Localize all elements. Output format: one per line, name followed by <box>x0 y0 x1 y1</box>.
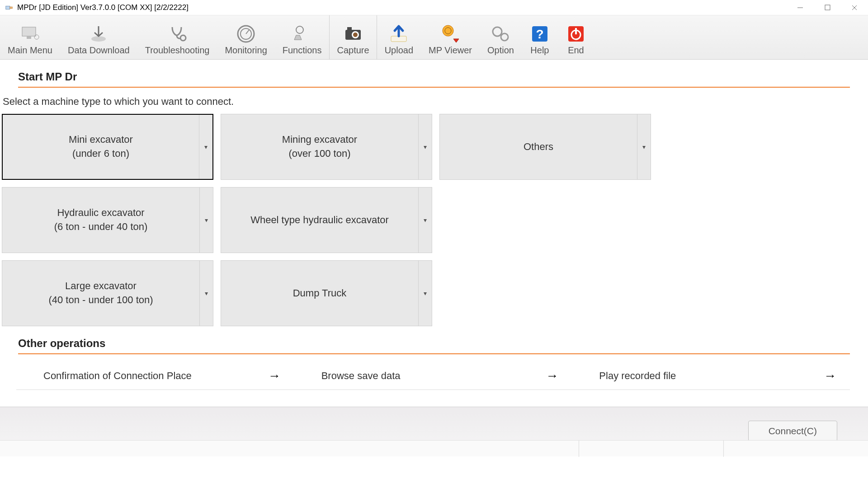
svg-point-23 <box>501 33 508 41</box>
toolbar-functions[interactable]: Functions <box>275 15 330 59</box>
machine-label-line2: (6 ton - under 40 ton) <box>54 220 148 234</box>
upload-icon <box>388 23 409 44</box>
ops-link-label: Play recorded file <box>599 370 676 382</box>
toolbar-option[interactable]: Option <box>480 15 522 59</box>
svg-rect-6 <box>22 27 36 36</box>
machine-label-line1: Others <box>524 140 553 154</box>
dropdown-caret-icon[interactable]: ▾ <box>199 115 212 179</box>
toolbar: Main Menu Data Download Troubleshooting … <box>0 15 868 60</box>
svg-point-14 <box>296 26 303 33</box>
machine-label-line1: Mini excavator <box>69 133 133 147</box>
toolbar-upload[interactable]: Upload <box>377 15 421 59</box>
arrow-right-icon: → <box>546 369 558 383</box>
camera-icon <box>343 23 363 44</box>
instruction-text: Select a machine type to which you want … <box>3 96 850 108</box>
toolbar-label: Monitoring <box>225 45 267 56</box>
app-icon <box>5 3 14 12</box>
machine-grid: Mini excavator(under 6 ton) ▾ Mining exc… <box>2 114 850 326</box>
svg-rect-16 <box>347 27 352 30</box>
toolbar-capture[interactable]: Capture <box>329 15 377 59</box>
divider <box>18 353 850 354</box>
svg-point-20 <box>443 25 453 36</box>
dropdown-caret-icon[interactable]: ▾ <box>199 188 213 253</box>
status-cell <box>579 441 723 457</box>
svg-point-8 <box>34 35 39 39</box>
toolbar-label: Capture <box>337 45 369 56</box>
close-button[interactable] <box>841 0 868 15</box>
machine-label-line1: Hydraulic excavator <box>57 206 144 220</box>
machine-label-line1: Dump Truck <box>293 286 347 300</box>
machine-mini-excavator[interactable]: Mini excavator(under 6 ton) ▾ <box>2 114 213 180</box>
dropdown-caret-icon[interactable]: ▾ <box>199 261 213 326</box>
ops-link-browse-save-data[interactable]: Browse save data → <box>294 369 572 383</box>
toolbar-label: End <box>568 45 584 56</box>
toolbar-help[interactable]: ? Help <box>522 15 558 59</box>
start-heading: Start MP Dr <box>18 70 850 83</box>
stethoscope-icon <box>167 23 188 44</box>
machine-wheel-hydraulic-excavator[interactable]: Wheel type hydraulic excavator ▾ <box>221 187 432 253</box>
toolbar-label: Help <box>530 45 549 56</box>
ops-heading: Other operations <box>18 337 850 350</box>
toolbar-data-download[interactable]: Data Download <box>60 15 137 59</box>
ops-links: Confirmation of Connection Place → Brows… <box>16 362 850 390</box>
dropdown-caret-icon[interactable]: ▾ <box>637 114 651 179</box>
status-bar <box>0 440 868 456</box>
machine-label-line1: Wheel type hydraulic excavator <box>250 213 389 227</box>
machine-large-excavator[interactable]: Large excavator(40 ton - under 100 ton) … <box>2 260 213 326</box>
machine-label-line2: (over 100 ton) <box>289 147 351 161</box>
svg-rect-1 <box>10 7 12 9</box>
toolbar-mp-viewer[interactable]: MP Viewer <box>421 15 480 59</box>
gears-icon <box>490 23 511 44</box>
machine-label-line2: (40 ton - under 100 ton) <box>48 293 153 307</box>
ops-link-label: Confirmation of Connection Place <box>43 370 192 382</box>
mp-viewer-icon <box>440 23 461 44</box>
svg-point-22 <box>493 27 502 36</box>
arrow-right-icon: → <box>268 369 281 383</box>
svg-text:?: ? <box>536 27 543 41</box>
ops-link-connection-place[interactable]: Confirmation of Connection Place → <box>16 369 294 383</box>
machine-mining-excavator[interactable]: Mining excavator(over 100 ton) ▾ <box>221 114 432 180</box>
content: Start MP Dr Select a machine type to whi… <box>0 60 868 390</box>
svg-line-13 <box>246 30 249 34</box>
machine-others[interactable]: Others ▾ <box>439 114 651 180</box>
svg-point-10 <box>180 35 186 41</box>
svg-rect-7 <box>27 36 31 39</box>
toolbar-troubleshooting[interactable]: Troubleshooting <box>137 15 217 59</box>
toolbar-label: Option <box>487 45 514 56</box>
toolbar-label: Troubleshooting <box>145 45 210 56</box>
svg-point-18 <box>353 33 358 37</box>
title-text: MPDr [JD Edition] Ver3.7.0.0 [COM XX] [2… <box>17 3 189 12</box>
ops-link-label: Browse save data <box>321 370 401 382</box>
toolbar-monitoring[interactable]: Monitoring <box>217 15 274 59</box>
machine-hydraulic-excavator[interactable]: Hydraulic excavator(6 ton - under 40 ton… <box>2 187 213 253</box>
toolbar-end[interactable]: End <box>558 15 594 59</box>
dropdown-caret-icon[interactable]: ▾ <box>418 114 432 179</box>
machine-dump-truck[interactable]: Dump Truck ▾ <box>221 260 432 326</box>
toolbar-label: Main Menu <box>8 45 52 56</box>
machine-label-line1: Large excavator <box>65 279 137 293</box>
toolbar-label: Functions <box>283 45 322 56</box>
toolbar-label: MP Viewer <box>429 45 472 56</box>
dropdown-caret-icon[interactable]: ▾ <box>418 188 432 253</box>
dropdown-caret-icon[interactable]: ▾ <box>418 261 432 326</box>
svg-rect-0 <box>6 6 10 9</box>
minimize-button[interactable] <box>787 0 814 15</box>
toolbar-label: Upload <box>385 45 413 56</box>
monitor-icon <box>19 23 40 44</box>
window-controls <box>787 0 868 15</box>
svg-rect-3 <box>825 5 830 10</box>
maximize-button[interactable] <box>814 0 841 15</box>
bottom-bar: Connect(C) <box>0 407 868 456</box>
gauge-icon <box>236 23 256 44</box>
arrow-right-icon: → <box>824 369 836 383</box>
toolbar-label: Data Download <box>68 45 130 56</box>
machine-label-line1: Mining excavator <box>282 133 357 147</box>
titlebar: MPDr [JD Edition] Ver3.7.0.0 [COM XX] [2… <box>0 0 868 15</box>
divider <box>18 87 850 88</box>
ops-link-play-recorded-file[interactable]: Play recorded file → <box>572 369 850 383</box>
connect-button[interactable]: Connect(C) <box>748 421 837 441</box>
machine-label-line2: (under 6 ton) <box>72 147 129 161</box>
download-icon <box>88 23 109 44</box>
toolbar-main-menu[interactable]: Main Menu <box>0 15 60 59</box>
help-icon: ? <box>529 23 550 44</box>
